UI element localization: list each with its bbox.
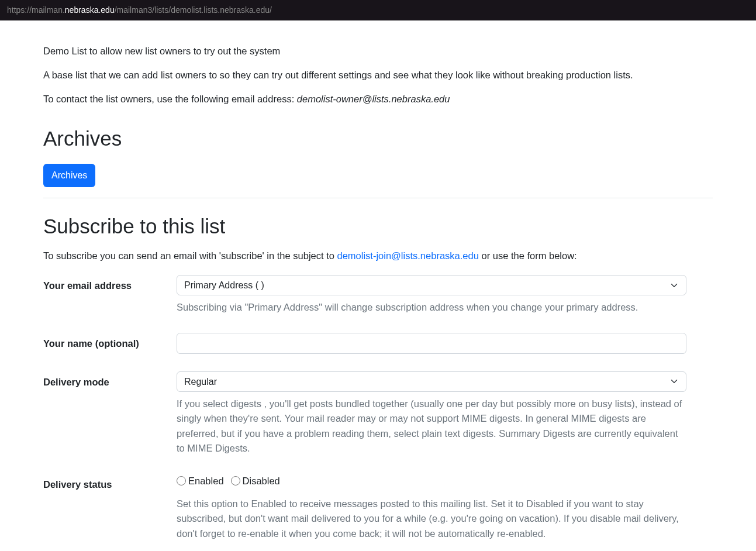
delivery-mode-select[interactable]: Regular [177,371,686,392]
url-suffix: /mailman3/lists/demolist.lists.nebraska.… [115,5,272,15]
url-prefix: https://mailman. [7,5,65,15]
delivery-status-input-col: Enabled Disabled Set this option to Enab… [177,474,686,541]
contact-info: To contact the list owners, use the foll… [43,92,713,106]
subscribe-intro-prefix: To subscribe you can send an email with … [43,250,337,261]
url-highlight: nebraska.edu [65,5,115,15]
email-address-row: Your email address Primary Address ( ) S… [43,275,713,315]
list-description: A base list that we can add list owners … [43,68,713,82]
delivery-status-help: Set this option to Enabled to receive me… [177,497,686,542]
name-label: Your name (optional) [43,333,177,351]
contact-email: demolist-owner@lists.nebraska.edu [297,94,450,104]
delivery-mode-input-col: Regular If you select digests , you'll g… [177,371,686,456]
subscribe-intro: To subscribe you can send an email with … [43,249,713,263]
subscribe-heading: Subscribe to this list [43,211,713,242]
delivery-mode-label: Delivery mode [43,371,177,390]
archives-button[interactable]: Archives [43,164,95,187]
subscribe-join-email-link[interactable]: demolist-join@lists.nebraska.edu [337,250,479,261]
delivery-status-enabled-item: Enabled [177,474,224,488]
subscribe-intro-suffix: or use the form below: [479,250,577,261]
name-input[interactable] [177,333,686,354]
url-bar: https://mailman.nebraska.edu/mailman3/li… [0,0,756,20]
main-container: Demo List to allow new list owners to tr… [0,20,756,551]
delivery-status-disabled-radio[interactable] [231,476,240,485]
delivery-status-row: Delivery status Enabled Disabled Set thi… [43,474,713,541]
email-address-label: Your email address [43,275,177,293]
archives-heading: Archives [43,123,713,154]
section-divider [43,198,713,198]
name-row: Your name (optional) [43,333,713,354]
delivery-mode-help: If you select digests , you'll get posts… [177,397,686,456]
delivery-status-disabled-label[interactable]: Disabled [243,474,280,488]
delivery-status-radio-group: Enabled Disabled [177,474,686,488]
email-address-input-col: Primary Address ( ) Subscribing via "Pri… [177,275,686,315]
email-address-help: Subscribing via "Primary Address" will c… [177,300,686,315]
delivery-mode-row: Delivery mode Regular If you select dige… [43,371,713,456]
delivery-status-disabled-item: Disabled [231,474,280,488]
delivery-status-label: Delivery status [43,474,177,492]
delivery-status-enabled-radio[interactable] [177,476,186,485]
delivery-status-enabled-label[interactable]: Enabled [188,474,224,488]
list-title: Demo List to allow new list owners to tr… [43,44,713,58]
email-address-select[interactable]: Primary Address ( ) [177,275,686,295]
contact-prefix: To contact the list owners, use the foll… [43,94,297,104]
name-input-col [177,333,686,354]
